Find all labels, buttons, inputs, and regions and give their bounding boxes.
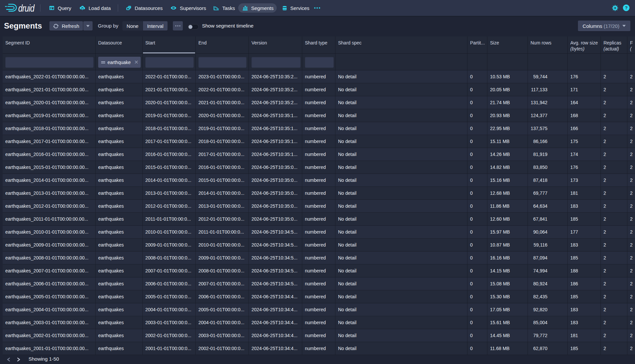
- svg-text:?: ?: [625, 5, 627, 10]
